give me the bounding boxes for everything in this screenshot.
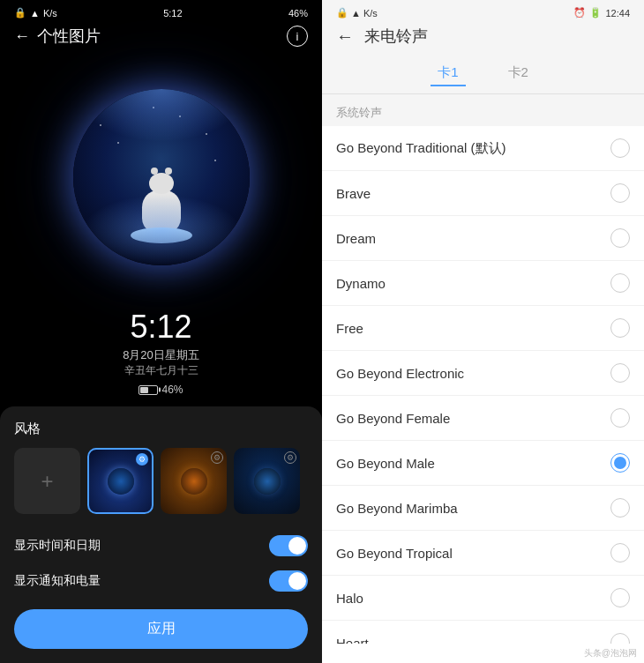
apply-button[interactable]: 应用 [14, 609, 308, 649]
battery-icon [139, 385, 158, 395]
datetime-section: 5:12 8月20日星期五 辛丑年七月十三 46% [0, 309, 322, 406]
wallpaper-preview [0, 54, 322, 309]
status-bar-left: 🔒 ▲ K/s 5:12 46% [0, 0, 322, 22]
ringtone-name: Halo [336, 591, 363, 606]
toggle-notification[interactable] [269, 570, 308, 592]
ringtone-name: Free [336, 321, 363, 336]
gear-symbol-2: ⚙ [213, 453, 221, 462]
battery-percent: 46% [161, 384, 183, 396]
info-button[interactable]: i [287, 26, 308, 47]
back-button-left[interactable]: ← 个性图片 [14, 26, 101, 47]
time-display: 5:12 [0, 309, 322, 346]
style-grid: + ⚙ ⚙ ⚙ [14, 448, 308, 514]
ringtone-name: Go Beyond Traditional (默认) [336, 140, 506, 157]
right-wifi-icon: ▲ [351, 8, 361, 19]
ringtone-item[interactable]: Go Beyond Marimba [322, 486, 644, 531]
page-title-left: 个性图片 [37, 26, 101, 47]
watermark-right: 头条@泡泡网 [322, 644, 644, 663]
right-alarm-icon: ⏰ [573, 7, 586, 19]
top-nav-left: ← 个性图片 i [0, 22, 322, 54]
radio-button[interactable] [610, 453, 630, 473]
ice-cave-top [73, 89, 250, 142]
status-bar-right: 🔒 ▲ K/s ⏰ 🔋 12:44 [322, 0, 644, 22]
ringtone-name: Go Beyond Tropical [336, 546, 453, 561]
radio-button[interactable] [610, 633, 630, 644]
ringtone-item[interactable]: Go Beyond Traditional (默认) [322, 126, 644, 171]
thumb-circle-2 [181, 468, 207, 495]
gear-symbol-3: ⚙ [287, 453, 294, 462]
radio-button[interactable] [610, 138, 630, 158]
toggle-datetime[interactable] [269, 535, 308, 556]
style-add-item[interactable]: + [14, 448, 80, 514]
radio-button[interactable] [610, 228, 630, 248]
ringtone-item[interactable]: Halo [322, 576, 644, 621]
ringtone-name: Dynamo [336, 276, 386, 291]
thumb-circle-1 [108, 468, 134, 495]
page-title-right: 来电铃声 [364, 26, 428, 47]
ringtone-name: Go Beyond Electronic [336, 366, 464, 381]
settings-gear-2: ⚙ [211, 451, 223, 464]
ringtone-name: Brave [336, 186, 371, 201]
glow-effect [82, 195, 241, 265]
style-item-1[interactable]: ⚙ [87, 448, 154, 514]
left-time: 5:12 [163, 8, 182, 19]
right-status-icons: 46% [288, 8, 308, 19]
ringtone-item[interactable]: Free [322, 306, 644, 351]
lock-icon: 🔒 [14, 7, 26, 19]
ringtone-item[interactable]: Heart [322, 621, 644, 644]
style-item-3[interactable]: ⚙ [234, 448, 300, 514]
wifi-icon: ▲ [30, 8, 40, 19]
toggle-notification-row: 显示通知和电量 [14, 563, 308, 599]
tab-card1[interactable]: 卡1 [431, 61, 465, 86]
ringtone-name: Dream [336, 231, 376, 246]
back-button-right[interactable]: ← [336, 26, 354, 47]
ringtone-item[interactable]: Go Beyond Electronic [322, 351, 644, 396]
radio-button[interactable] [610, 318, 630, 338]
signal-text: K/s [43, 8, 57, 19]
right-status-right: ⏰ 🔋 12:44 [573, 7, 630, 19]
left-status-icons: 🔒 ▲ K/s [14, 7, 57, 19]
right-battery-icon: 🔋 [589, 7, 602, 19]
tabs-row: 卡1 卡2 [322, 57, 644, 94]
info-icon-symbol: i [296, 30, 299, 43]
gear-symbol-1: ⚙ [139, 455, 146, 464]
ringtone-name: Go Beyond Male [336, 456, 435, 471]
right-status-left: 🔒 ▲ K/s [336, 7, 378, 19]
top-nav-right: ← 来电铃声 [322, 22, 644, 57]
lunar-date: 辛丑年七月十三 [0, 363, 322, 378]
ringtone-item[interactable]: Go Beyond Female [322, 396, 644, 441]
radio-button[interactable] [610, 588, 630, 607]
add-icon: + [41, 469, 53, 494]
toggle-datetime-row: 显示时间和日期 [14, 528, 308, 563]
ringtone-item[interactable]: Dynamo [322, 261, 644, 306]
thumb-circle-3 [254, 468, 281, 495]
battery-status: 46% [288, 8, 308, 19]
right-lock-icon: 🔒 [336, 7, 348, 19]
ringtone-list: Go Beyond Traditional (默认)BraveDreamDyna… [322, 126, 644, 644]
date-display: 8月20日星期五 [0, 347, 322, 363]
style-title: 风格 [14, 421, 308, 437]
radio-button[interactable] [610, 183, 630, 203]
back-arrow-left: ← [14, 27, 30, 46]
radio-button[interactable] [610, 363, 630, 383]
settings-gear-3: ⚙ [284, 451, 296, 464]
ringtone-name: Heart [336, 636, 369, 644]
tab-card2[interactable]: 卡2 [501, 61, 535, 86]
ringtone-item[interactable]: Brave [322, 171, 644, 216]
left-panel: 🔒 ▲ K/s 5:12 46% ← 个性图片 i [0, 0, 322, 663]
style-item-2[interactable]: ⚙ [161, 448, 227, 514]
radio-button[interactable] [610, 408, 630, 428]
toggle1-label: 显示时间和日期 [14, 538, 101, 554]
right-panel: 🔒 ▲ K/s ⏰ 🔋 12:44 ← 来电铃声 卡1 卡2 系统铃声 Go B… [322, 0, 644, 663]
ringtone-item[interactable]: Dream [322, 216, 644, 261]
ringtone-item[interactable]: Go Beyond Tropical [322, 531, 644, 576]
style-section: 风格 + ⚙ ⚙ ⚙ [0, 406, 322, 663]
toggle2-label: 显示通知和电量 [14, 573, 101, 589]
radio-button[interactable] [610, 498, 630, 518]
battery-info: 46% [0, 384, 322, 396]
radio-button[interactable] [610, 273, 630, 293]
right-time: 12:44 [605, 8, 630, 19]
settings-gear-1: ⚙ [136, 453, 148, 466]
radio-button[interactable] [610, 543, 630, 562]
ringtone-item[interactable]: Go Beyond Male [322, 441, 644, 486]
